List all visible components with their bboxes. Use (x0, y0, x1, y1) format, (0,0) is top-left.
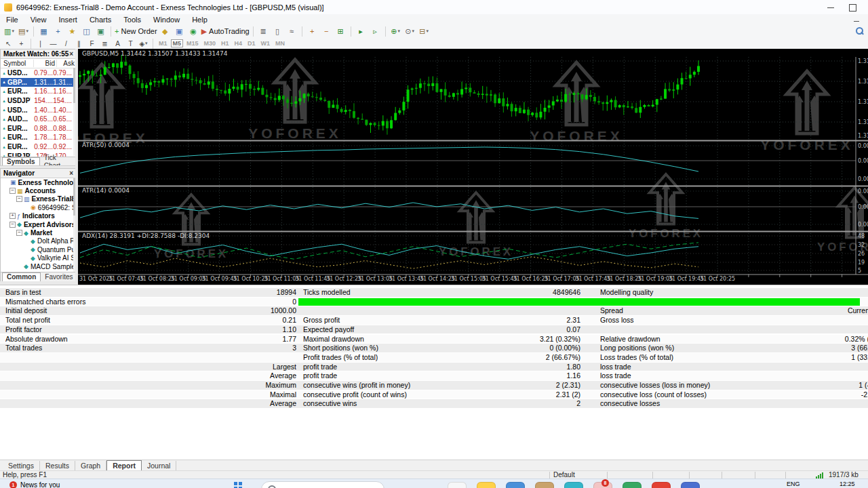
new-chart-button[interactable]: ▥▾ (3, 26, 16, 37)
lines-list-button[interactable]: ≣ (99, 39, 111, 48)
tree-item-exness-technologies-mt4[interactable]: ▣Exness Technologies MT4 (1, 178, 76, 186)
menu-charts[interactable]: Charts (83, 15, 117, 24)
indicators-button[interactable]: ⊕▾ (389, 26, 402, 37)
tree-item-macd-sample[interactable]: ◆MACD Sample (1, 262, 76, 270)
horizontal-line-button[interactable]: — (47, 39, 59, 48)
vertical-line-button[interactable]: | (35, 39, 46, 48)
text-button[interactable]: A (112, 39, 123, 48)
tab-common[interactable]: Common (2, 272, 41, 282)
timeframe-w1[interactable]: W1 (259, 39, 273, 47)
data-window-button[interactable]: + (52, 26, 64, 37)
market-watch-row[interactable]: ▴USD...0.79...0.79... (1, 68, 76, 78)
crosshair-button[interactable]: + (16, 39, 27, 48)
timeframe-m15[interactable]: M15 (184, 39, 201, 47)
tile-windows-button[interactable]: ⊞ (334, 26, 347, 37)
navigator-button[interactable]: ★ (66, 26, 79, 37)
tester-tab-settings[interactable]: Settings (3, 461, 40, 470)
new-order-button[interactable]: +New Order (115, 26, 157, 37)
strategy-tester-button[interactable]: ▣ (94, 26, 107, 37)
market-watch-row[interactable]: ▴AUD...0.65...0.65... (1, 115, 76, 124)
market-watch-row[interactable]: ▴EUR...1.16...1.16... (1, 87, 76, 96)
tester-tab-results[interactable]: Results (40, 461, 75, 470)
tester-tab-report[interactable]: Report (106, 460, 142, 471)
tree-item-exness-trial8[interactable]: −▥Exness-Trial8 (1, 195, 76, 203)
market-watch-row[interactable]: ▴EURJPY170...170... (1, 151, 76, 157)
menu-tools[interactable]: Tools (117, 15, 147, 24)
taskbar-app-2[interactable] (477, 482, 496, 488)
column-ask[interactable]: Ask (57, 60, 76, 67)
shapes-button[interactable]: ◈▾ (138, 39, 149, 48)
tree-item-quantum-pul[interactable]: ◆Quantum Pul (1, 245, 76, 253)
tester-tab-graph[interactable]: Graph (75, 461, 106, 470)
column-symbol[interactable]: Symbol (1, 60, 34, 67)
minimize-button[interactable] (821, 2, 841, 13)
column-bid[interactable]: Bid (34, 60, 57, 67)
market-watch-row[interactable]: ▴EUR...1.78...1.78... (1, 133, 76, 142)
chart-bars-button[interactable]: ≣ (257, 26, 270, 37)
terminal-button[interactable]: ◫ (80, 26, 93, 37)
tab-favorites[interactable]: Favorites (41, 273, 77, 281)
timeframe-m5[interactable]: M5 (171, 39, 184, 47)
market-watch-row[interactable]: ▴USD...1.40...1.40... (1, 105, 76, 115)
chart-shift-button[interactable]: ▹ (369, 26, 382, 37)
tree-item-valkyrie-ai-sc[interactable]: ◆Valkyrie AI Sc (1, 254, 76, 262)
collapse-icon[interactable]: − (9, 188, 16, 194)
language-indicator[interactable]: ENG (787, 481, 800, 487)
autotrading-button[interactable]: ▶AutoTrading (201, 26, 250, 37)
menu-view[interactable]: View (24, 15, 53, 24)
tree-item-market[interactable]: −◆Market (1, 228, 76, 237)
taskbar-app-7[interactable] (623, 482, 642, 488)
maximize-button[interactable] (842, 2, 863, 13)
tree-item-expert-advisors[interactable]: −◆Expert Advisors (1, 220, 76, 228)
timeframe-m30[interactable]: M30 (202, 39, 218, 47)
tester-tab-journal[interactable]: Journal (142, 461, 176, 470)
collapse-icon[interactable]: − (16, 230, 22, 236)
chart-line-button[interactable]: ≈ (285, 26, 298, 37)
menu-file[interactable]: File (0, 15, 24, 24)
market-watch-row[interactable]: ▴GBP...1.31...1.31... (1, 78, 76, 87)
clock[interactable]: 12:25 (840, 481, 855, 487)
market-watch-row[interactable]: ▴EUR...0.92...0.92... (1, 142, 76, 152)
child-minimize-button[interactable] (850, 16, 863, 23)
channel-button[interactable]: ∥ (73, 39, 85, 48)
taskbar-app-8[interactable] (652, 482, 671, 488)
templates-button[interactable]: ⊟▾ (418, 26, 431, 37)
timeframe-h1[interactable]: H1 (219, 39, 231, 47)
taskbar-search[interactable] (261, 481, 384, 488)
periods-button[interactable]: ⊙▾ (403, 26, 416, 37)
tree-item-accounts[interactable]: −▦Accounts (1, 186, 76, 195)
community-button[interactable]: ◉ (187, 26, 200, 37)
news-widget[interactable]: News for you (20, 481, 60, 488)
market-watch-row[interactable]: ▴USDJPY154....154.... (1, 96, 76, 106)
tree-item-dolt-alpha-pu[interactable]: ◆Dolt Alpha Pu (1, 237, 76, 245)
taskbar-app-1[interactable] (448, 482, 467, 488)
taskbar-app-9[interactable] (681, 482, 700, 488)
market-watch-button[interactable]: ▦ (37, 26, 50, 37)
taskbar-app-5[interactable] (564, 482, 583, 488)
auto-scroll-button[interactable]: ▸ (355, 26, 368, 37)
cursor-button[interactable]: ↖ (3, 39, 14, 48)
chart-candles-button[interactable]: ▯ (271, 26, 284, 37)
trendline-button[interactable]: / (60, 39, 72, 48)
tree-item-indicators[interactable]: +ƒIndicators (1, 212, 76, 220)
profiles-button[interactable]: ▤▾ (17, 26, 30, 37)
price-chart[interactable]: YOFOREXYOFOREXYOFOREXYOFOREXYOFOREXYOFOR… (78, 49, 868, 285)
menu-window[interactable]: Window (147, 15, 186, 24)
metaeditor-button[interactable]: ◆ (159, 26, 172, 37)
close-icon[interactable]: × (69, 50, 73, 58)
chart-window[interactable]: YOFOREXYOFOREXYOFOREXYOFOREXYOFOREXYOFOR… (78, 49, 868, 285)
fibonacci-button[interactable]: F (86, 39, 98, 48)
timeframe-m1[interactable]: M1 (157, 39, 170, 47)
timeframe-h4[interactable]: H4 (233, 39, 245, 47)
menu-insert[interactable]: Insert (52, 15, 83, 24)
menu-help[interactable]: Help (186, 15, 214, 24)
timeframe-d1[interactable]: D1 (245, 39, 258, 47)
market-watch-row[interactable]: ▴EUR...0.88...0.88... (1, 124, 76, 134)
collapse-icon[interactable]: − (16, 196, 22, 202)
search-icon[interactable] (854, 26, 864, 36)
collapse-icon[interactable]: − (9, 222, 16, 228)
tree-item-69649962-sec[interactable]: ◉69649962: SEC (1, 203, 76, 211)
taskbar-app-4[interactable] (535, 482, 554, 488)
zoom-in-button[interactable]: + (306, 26, 319, 37)
text-label-button[interactable]: T (125, 39, 136, 48)
